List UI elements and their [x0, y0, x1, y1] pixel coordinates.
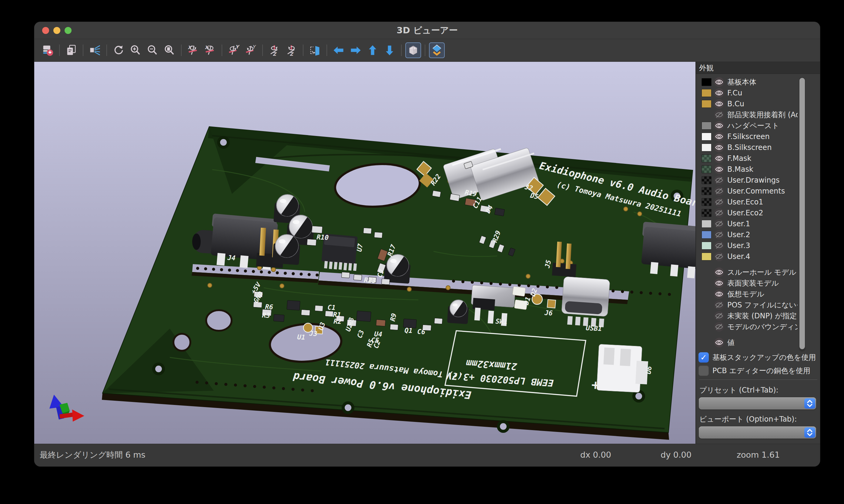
zoom-fit-icon	[163, 44, 176, 57]
layer-color-swatch[interactable]	[702, 133, 711, 141]
use-pcb-editor-copper-colors-label: PCB エディターの銅色を使用	[712, 366, 810, 376]
visibility-eye-off-icon[interactable]	[714, 230, 724, 240]
layer-color-swatch[interactable]	[702, 198, 711, 206]
visibility-eye-off-icon[interactable]	[714, 197, 724, 207]
layer-label: 基板本体	[727, 77, 756, 87]
visibility-eye-off-icon[interactable]	[714, 322, 724, 332]
layer-color-swatch[interactable]	[702, 165, 711, 173]
visibility-eye-icon[interactable]	[714, 121, 724, 131]
pan-left-button[interactable]	[331, 42, 346, 58]
layer-color-swatch[interactable]	[702, 220, 711, 228]
viewport-select-stepper-icon[interactable]	[804, 427, 815, 438]
ref-designator: U1	[297, 333, 306, 341]
toolbar: XXYYZZ	[34, 39, 820, 62]
rotate-y-ccw-button[interactable]: Y	[243, 42, 259, 58]
ref-designator: SW1	[495, 318, 508, 326]
use-pcb-editor-copper-colors-checkbox[interactable]	[699, 365, 709, 376]
3d-scene-canvas[interactable]: +	[34, 62, 695, 444]
toolbar-separator	[181, 44, 182, 56]
visibility-eye-icon[interactable]	[714, 164, 724, 175]
zoom-in-button[interactable]	[127, 42, 143, 58]
rotate-x-cw-button[interactable]: X	[185, 42, 201, 58]
visibility-eye-off-icon[interactable]	[714, 186, 724, 196]
visibility-eye-icon[interactable]	[714, 77, 724, 87]
visibility-eye-off-icon[interactable]	[714, 110, 724, 120]
status-dx: dx 0.00	[580, 444, 611, 466]
layer-color-swatch[interactable]	[702, 209, 711, 217]
value-label: 値	[727, 338, 735, 347]
layer-color-swatch[interactable]	[702, 144, 711, 151]
layer-color-swatch[interactable]	[702, 253, 711, 260]
viewport-select[interactable]	[699, 427, 816, 438]
layer-label: User.Comments	[727, 187, 785, 195]
zoom-fit-button[interactable]	[161, 42, 177, 58]
visibility-eye-icon[interactable]	[714, 142, 724, 152]
preset-select-stepper-icon[interactable]	[804, 398, 815, 409]
visibility-eye-off-icon[interactable]	[714, 300, 724, 310]
layer-color-swatch[interactable]	[702, 242, 711, 250]
toolbar-separator	[59, 44, 60, 56]
panel-scrollbar[interactable]	[799, 77, 806, 352]
layer-color-swatch[interactable]	[702, 231, 711, 239]
visibility-eye-icon[interactable]	[714, 99, 724, 109]
visibility-eye-icon[interactable]	[714, 153, 724, 164]
usb-connector-usb1	[562, 276, 610, 327]
reload-board-icon	[41, 44, 54, 57]
visibility-eye-off-icon[interactable]	[714, 251, 724, 262]
viewport-3d[interactable]: +	[34, 62, 695, 444]
visibility-eye-off-icon[interactable]	[714, 311, 724, 321]
preset-select[interactable]	[699, 397, 816, 410]
layer-label: User.3	[727, 241, 750, 250]
pan-right-button[interactable]	[348, 42, 363, 58]
use-stackup-colors-checkbox[interactable]: ✓	[699, 352, 709, 363]
visibility-eye-icon[interactable]	[714, 131, 724, 142]
panel-scrollbar-thumb[interactable]	[799, 78, 805, 349]
layer-color-swatch[interactable]	[702, 176, 711, 184]
rotate-y-cw-button[interactable]: Y	[226, 42, 242, 58]
layer-color-swatch[interactable]	[702, 187, 711, 195]
layer-color-swatch[interactable]	[702, 155, 711, 162]
visibility-eye-icon[interactable]	[714, 289, 724, 299]
model-label: POS ファイルにないモ	[727, 300, 798, 310]
ref-designator: U7	[355, 243, 364, 252]
visibility-eye-off-icon[interactable]	[714, 175, 724, 185]
layer-color-swatch[interactable]	[702, 78, 711, 86]
viewport-preset-label: ビューポート (Option+Tab):	[700, 414, 797, 424]
layer-label: User.Drawings	[727, 176, 779, 184]
appearance-toggle-icon	[430, 44, 443, 57]
rotate-y-ccw-icon: Y	[244, 44, 257, 57]
copy-image-button[interactable]	[63, 42, 79, 58]
pan-down-button[interactable]	[382, 42, 397, 58]
visibility-eye-icon[interactable]	[714, 88, 724, 98]
rotate-z-ccw-button[interactable]: Z	[283, 42, 299, 58]
pan-left-icon	[332, 44, 345, 57]
visibility-eye-icon[interactable]	[714, 267, 724, 277]
visibility-eye-off-icon[interactable]	[714, 208, 724, 218]
toolbar-separator	[425, 44, 425, 56]
layer-label: B.Mask	[727, 165, 753, 174]
ref-designator: R3	[262, 311, 271, 319]
layer-color-swatch[interactable]	[702, 122, 711, 130]
visibility-eye-off-icon[interactable]	[714, 219, 724, 229]
toolbar-separator	[327, 44, 327, 56]
rotate-x-ccw-button[interactable]: X	[202, 42, 218, 58]
redraw-button[interactable]	[111, 42, 126, 58]
rotate-z-cw-button[interactable]: Z	[266, 42, 282, 58]
visibility-eye-icon[interactable]	[714, 278, 724, 288]
layer-color-swatch[interactable]	[702, 100, 711, 108]
pan-up-button[interactable]	[365, 42, 380, 58]
raytracing-button[interactable]	[87, 42, 103, 58]
rotate-z-ccw-icon: Z	[285, 44, 298, 57]
flip-board-button[interactable]	[307, 42, 323, 58]
zoom-out-button[interactable]	[144, 42, 160, 58]
layer-label: 部品実装用接着剤 (Adh	[727, 110, 798, 120]
layer-color-swatch[interactable]	[702, 89, 711, 97]
visibility-eye-icon[interactable]	[714, 337, 724, 348]
ref-designator: R6	[265, 303, 273, 311]
appearance-toggle-button[interactable]	[429, 42, 445, 58]
visibility-eye-off-icon[interactable]	[714, 240, 724, 251]
reload-board-button[interactable]	[40, 42, 55, 58]
status-dy: dy 0.00	[660, 444, 691, 466]
ortho-projection-button[interactable]	[405, 42, 421, 58]
title-bar[interactable]: 3D ビューアー	[34, 22, 820, 39]
